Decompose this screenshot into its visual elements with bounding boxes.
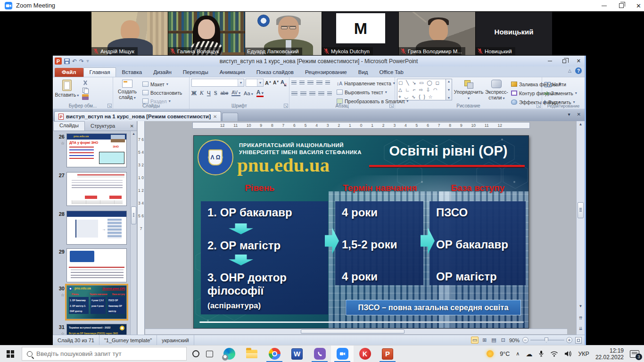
vertical-scrollbar[interactable]: ▲ ▼ ⇈ ⇊ (576, 121, 585, 335)
previous-slide-button[interactable]: ⇈ (577, 316, 585, 321)
slideshow-view-button[interactable]: ⊡ (500, 337, 506, 343)
bullets-icon[interactable] (291, 81, 297, 85)
document-tab-close-icon[interactable]: ✕ (213, 114, 217, 119)
font-name-combobox[interactable]: ▾ (191, 79, 244, 87)
taskbar-app-kmplayer[interactable]: K (354, 346, 376, 362)
text-shadow-button[interactable]: S (214, 90, 217, 97)
weather-sun-icon[interactable] (487, 350, 494, 357)
underline-button[interactable]: Ч (207, 90, 211, 97)
columns-icon[interactable] (327, 91, 332, 96)
slide-sorter-view-button[interactable]: ⊞ (481, 337, 487, 343)
scrollbar-thumb[interactable] (578, 202, 584, 218)
participant-tile[interactable]: Грига Володимир М... (399, 12, 475, 55)
align-center-icon[interactable] (300, 91, 306, 96)
clock[interactable]: 12:1922.02.2022 (595, 347, 624, 361)
tab-view[interactable]: Вид (353, 68, 374, 77)
taskbar-app-powerpoint[interactable]: P (376, 346, 399, 362)
shapes-gallery[interactable]: ▢ ╲ ↘ ▭ ◯ ◻ △ ∟ ⌐ ⇨ ⇩ ◠ + ◡ ∿ { } ☆ (397, 79, 446, 100)
change-case-button[interactable]: Aa (244, 90, 253, 96)
horizontal-scrollbar-thumb[interactable] (301, 329, 405, 334)
paste-button[interactable]: Вставить (55, 79, 79, 100)
fit-to-window-button[interactable] (575, 337, 582, 344)
normal-view-button[interactable]: ▭ (471, 337, 479, 344)
wifi-icon[interactable] (550, 351, 558, 357)
shapes-gallery-scroll[interactable]: ▲▼▼ (446, 79, 452, 100)
format-painter-icon[interactable] (82, 94, 89, 100)
save-icon[interactable] (64, 58, 70, 64)
taskbar-app-chrome[interactable] (263, 346, 286, 362)
clear-formatting-button[interactable]: A◣ (281, 79, 287, 86)
temperature[interactable]: 9°C (500, 351, 510, 357)
clipboard-dialog-launcher[interactable]: ↘ (107, 104, 112, 108)
taskbar-app-word[interactable]: W (286, 346, 308, 362)
find-button[interactable]: Найти (544, 80, 583, 88)
taskbar-app-edge[interactable] (218, 346, 240, 362)
increase-indent-icon[interactable] (316, 81, 322, 85)
help-icon[interactable]: ? (575, 67, 582, 74)
hidden-icons-chevron[interactable]: ∧ (516, 351, 520, 357)
tab-design[interactable]: Дизайн (148, 68, 177, 77)
taskbar-search[interactable] (22, 347, 187, 361)
speaker-icon[interactable] (564, 351, 572, 357)
drawing-dialog-launcher[interactable]: ↘ (537, 104, 541, 108)
ppt-minimize-icon[interactable] (548, 61, 552, 61)
microphone-icon[interactable] (538, 350, 544, 357)
panel-tab-slides[interactable]: Слайды (53, 121, 85, 131)
arrange-button[interactable]: Упорядочить (455, 79, 482, 100)
zoom-slider-thumb[interactable] (545, 337, 548, 343)
minimize-icon[interactable] (602, 6, 607, 6)
layout-button[interactable]: Макет (142, 80, 182, 88)
horizontal-scrollbar[interactable] (145, 329, 567, 334)
restore-icon[interactable] (619, 3, 624, 8)
slide-thumbnail-29[interactable] (66, 248, 127, 282)
character-spacing-button[interactable]: AV (231, 90, 240, 96)
line-spacing-icon[interactable] (325, 81, 330, 85)
tab-office-tab[interactable]: Office Tab (374, 68, 409, 77)
participant-tile[interactable]: Новицький Новицький (476, 12, 552, 55)
current-slide[interactable]: Λ Ω ПРИКАРПАТСЬКИЙ НАЦІОНАЛЬНИЙУНІВЕРСИТ… (193, 135, 529, 329)
decrease-indent-icon[interactable] (307, 81, 314, 85)
quick-styles-button[interactable]: Экспресс-стили (485, 79, 508, 100)
replace-button[interactable]: abЗаменить (544, 89, 583, 97)
panel-scrollbar-thumb[interactable] (131, 206, 136, 224)
font-color-button[interactable]: А (256, 89, 264, 97)
taskbar-app-viber[interactable] (308, 346, 331, 362)
tab-transitions[interactable]: Переходы (177, 68, 214, 77)
shrink-font-button[interactable]: A▼ (273, 80, 279, 85)
scroll-up-icon[interactable]: ▲ (577, 122, 585, 126)
new-slide-button[interactable]: Создать слайд (115, 79, 140, 105)
cortana-icon[interactable] (192, 350, 199, 357)
numbering-icon[interactable] (299, 81, 305, 85)
ppt-restore-icon[interactable] (562, 59, 566, 63)
bold-button[interactable]: Ж (191, 90, 197, 97)
new-document-tab[interactable] (222, 113, 238, 121)
keyboard-language[interactable]: УКР (578, 351, 589, 357)
font-dialog-launcher[interactable]: ↘ (284, 104, 288, 108)
tab-insert[interactable]: Вставка (116, 68, 148, 77)
tabbar-close-icon[interactable]: ✕ (577, 112, 581, 117)
taskbar-app-file-explorer[interactable] (240, 346, 263, 362)
align-left-icon[interactable] (291, 91, 297, 96)
zoom-out-button[interactable]: − (522, 337, 528, 343)
zoom-in-button[interactable]: + (566, 337, 572, 343)
tab-animation[interactable]: Анимация (214, 68, 251, 77)
ppt-close-icon[interactable]: ✕ (577, 58, 581, 64)
font-size-combobox[interactable]: ▾ (246, 79, 264, 87)
document-tab[interactable]: виступ_вступ на 1 курс_нова [Режим совме… (54, 111, 221, 121)
tabbar-menu-icon[interactable]: ▾ (568, 112, 570, 117)
justify-icon[interactable] (318, 91, 324, 96)
italic-button[interactable]: К (200, 90, 204, 97)
scroll-down-icon[interactable]: ▼ (577, 304, 585, 308)
align-right-icon[interactable] (309, 91, 315, 96)
task-view-icon[interactable] (206, 351, 213, 357)
collapse-ribbon-icon[interactable]: △ (568, 68, 571, 73)
participant-tile[interactable]: Галина Волощук (168, 12, 245, 55)
grow-font-button[interactable]: A▲ (265, 80, 272, 86)
paragraph-dialog-launcher[interactable]: ↘ (389, 104, 394, 108)
slide-thumbnail-27[interactable] (66, 172, 127, 206)
panel-tab-outline[interactable]: Структура (85, 122, 121, 130)
start-button[interactable] (0, 346, 21, 362)
strikethrough-button[interactable]: abe (221, 90, 229, 96)
tab-home[interactable]: Главная (83, 67, 116, 77)
onedrive-cloud-icon[interactable]: ☁ (526, 350, 532, 358)
